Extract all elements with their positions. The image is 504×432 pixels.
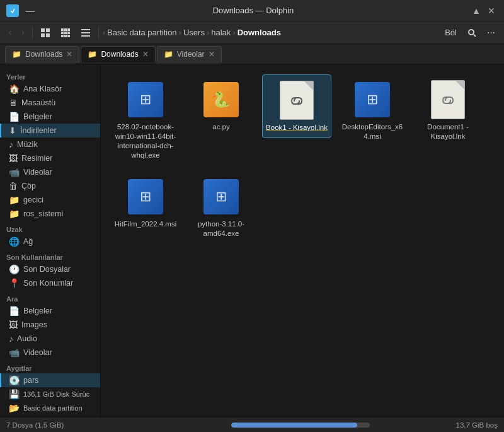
tab-folder-icon-3: 📁 <box>164 50 173 59</box>
tab-videolar[interactable]: 📁 Videolar ✕ <box>157 46 222 62</box>
sidebar-section-uzak: Uzak <box>0 221 100 235</box>
recent-files-icon: 🕐 <box>9 264 20 274</box>
sidebar-section-son: Son Kullanılanlar <box>0 248 100 262</box>
sidebar-item-son-konumlar[interactable]: 📍 Son Konumlar <box>0 276 100 290</box>
sidebar-label-pars: pars <box>23 376 38 385</box>
view-icons-button[interactable] <box>37 24 54 42</box>
sidebar-item-son-dosyalar[interactable]: 🕐 Son Dosyalar <box>0 262 100 276</box>
sidebar-label-ana-klasor: Ana Klasör <box>23 85 62 93</box>
split-button[interactable]: Böl <box>441 24 461 42</box>
menu-button[interactable]: ⋯ <box>483 24 499 42</box>
svg-rect-2 <box>46 28 50 32</box>
breadcrumb-item-partition[interactable]: Basic data partition <box>107 28 177 37</box>
storage-bar-wrap <box>231 423 451 428</box>
tab-label-downloads-2: Downloads <box>101 50 138 59</box>
sidebar-label-resimler: Resimler <box>21 154 52 163</box>
file-icon-msi <box>355 82 390 117</box>
sidebar-item-belgeler[interactable]: 📄 Belgeler <box>0 110 100 124</box>
sidebar-item-indirilenler[interactable]: ⬇ İndirilenler <box>0 124 100 137</box>
breadcrumb: › Basic data partition › Users › halak ›… <box>103 28 439 37</box>
file-name-exe: 528.02-notebook-win10-win11-64bit-intern… <box>114 122 177 160</box>
file-item-python[interactable]: python-3.11.0-amd64.exe <box>186 172 256 243</box>
sidebar-item-ara-videolar[interactable]: 📹 Videolar <box>0 346 100 359</box>
svg-rect-15 <box>81 32 90 33</box>
sidebar-item-resimler[interactable]: 🖼 Resimler <box>0 151 100 165</box>
svg-point-17 <box>469 30 474 35</box>
search-images-icon: 🖼 <box>9 320 18 330</box>
sidebar-label-masaustu: Masaüstü <box>21 98 55 107</box>
svg-rect-8 <box>61 32 64 34</box>
sidebar-item-ara-audio[interactable]: ♪ Audio <box>0 332 100 346</box>
svg-rect-13 <box>67 35 70 37</box>
maximize-button[interactable]: ▲ <box>470 4 483 17</box>
status-bar: 7 Dosya (1,5 GiB) 13,7 GiB boş <box>0 417 504 432</box>
view-grid-button[interactable] <box>57 24 74 42</box>
breadcrumb-item-downloads[interactable]: Downloads <box>238 28 281 37</box>
tab-folder-icon-1: 📁 <box>12 50 21 59</box>
storage-free-text: 13,7 GiB boş <box>456 421 498 429</box>
sidebar-item-masaustu[interactable]: 🖥 Masaüstü <box>0 96 100 110</box>
sidebar-item-ag[interactable]: 🌐 Ağ <box>0 235 100 248</box>
sidebar-item-videolar[interactable]: 📹 Videolar <box>0 165 100 179</box>
file-item-exe[interactable]: 528.02-notebook-win10-win11-64bit-intern… <box>111 74 180 165</box>
sidebar-item-ros-sistemi[interactable]: 📁 ros_sistemi <box>0 207 100 221</box>
doc-symbol <box>440 93 455 110</box>
sidebar-item-pars[interactable]: 💽 pars <box>0 373 100 387</box>
file-item-py[interactable]: ac.py <box>186 74 256 137</box>
minimize-button[interactable]: — <box>24 4 37 17</box>
file-icon-doc <box>431 80 465 119</box>
tab-close-1[interactable]: ✕ <box>66 50 72 58</box>
file-item-lnk-doc1[interactable]: Document1 - Kisayol.lnk <box>413 74 483 146</box>
sidebar-item-disk[interactable]: 💾 136,1 GiB Disk Sürüc <box>0 387 100 401</box>
sidebar-item-basic-partition[interactable]: 📂 Basic data partition <box>0 401 100 415</box>
file-icon-doc-wrap <box>428 79 468 120</box>
sidebar-label-son-dosyalar: Son Dosyalar <box>23 265 71 274</box>
sidebar-item-ana-klasor[interactable]: 🏠 Ana Klasör <box>0 82 100 96</box>
svg-rect-1 <box>41 28 45 32</box>
breadcrumb-sep-1: › <box>179 28 181 37</box>
file-item-lnk-book1[interactable]: Book1 - Kisayol.lnk <box>262 74 331 138</box>
search-video-icon: 📹 <box>9 347 20 358</box>
tab-close-3[interactable]: ✕ <box>209 50 215 58</box>
close-button[interactable]: ✕ <box>485 4 498 17</box>
breadcrumb-item-halak[interactable]: halak <box>211 28 231 37</box>
file-item-msi-desktop[interactable]: DesktopEditors_x64.msi <box>338 74 407 146</box>
tab-downloads-2[interactable]: 📁 Downloads ✕ <box>81 46 155 62</box>
sidebar-label-muzik: Müzik <box>17 140 38 149</box>
file-item-msi-hitfilm[interactable]: HitFilm_2022.4.msi <box>111 172 180 234</box>
sidebar-item-gecici[interactable]: 📁 gecici <box>0 193 100 207</box>
file-name-lnk-book1: Book1 - Kisayol.lnk <box>266 123 328 132</box>
file-name-py: ac.py <box>212 122 230 132</box>
video-icon: 📹 <box>9 167 20 177</box>
disk-icon: 💾 <box>9 389 20 399</box>
tab-downloads-1[interactable]: 📁 Downloads ✕ <box>5 46 79 62</box>
view-list-button[interactable] <box>77 24 94 42</box>
window-title: Downloads — Dolphin <box>37 6 470 15</box>
breadcrumb-item-users[interactable]: Users <box>183 28 205 37</box>
forward-button[interactable]: › <box>18 24 28 42</box>
search-button[interactable] <box>463 24 481 42</box>
file-icon-hitfilm <box>128 179 163 214</box>
file-icon-exe <box>128 82 163 117</box>
partition-icon: 📂 <box>9 403 20 413</box>
folder-ros-icon: 📁 <box>9 209 20 219</box>
sidebar-item-ara-images[interactable]: 🖼 Images <box>0 318 100 332</box>
sidebar-item-muzik[interactable]: ♪ Müzik <box>0 137 100 151</box>
breadcrumb-sep-3: › <box>232 28 235 37</box>
sidebar-item-ara-belgeler[interactable]: 📄 Belgeler <box>0 304 100 318</box>
tabs-bar: 📁 Downloads ✕ 📁 Downloads ✕ 📁 Videolar ✕ <box>0 44 504 64</box>
tab-label-videolar: Videolar <box>177 50 205 59</box>
file-name-msi-desktop: DesktopEditors_x64.msi <box>341 122 404 141</box>
svg-point-0 <box>9 7 16 15</box>
storage-bar-fill <box>231 423 357 428</box>
tab-close-2[interactable]: ✕ <box>142 50 149 58</box>
home-icon: 🏠 <box>9 84 20 94</box>
sidebar-item-cop[interactable]: 🗑 Çöp <box>0 179 100 193</box>
back-button[interactable]: ‹ <box>5 24 15 42</box>
sidebar-label-belgeler: Belgeler <box>23 112 52 121</box>
sidebar-label-indirilenler: İndirilenler <box>20 126 57 135</box>
recent-places-icon: 📍 <box>9 278 20 288</box>
title-bar: — Downloads — Dolphin ▲ ✕ <box>0 0 504 21</box>
svg-rect-11 <box>61 35 64 37</box>
sidebar-label-ros-sistemi: ros_sistemi <box>23 209 63 218</box>
